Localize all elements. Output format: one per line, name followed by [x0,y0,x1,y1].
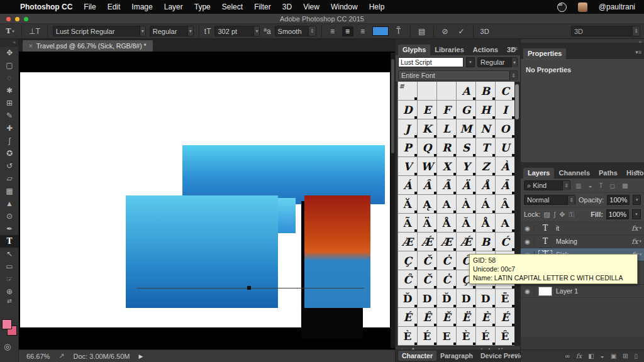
glyph-cell[interactable]: D [418,289,437,308]
anti-alias-select[interactable]: Smooth ⇕ [275,26,316,36]
glyph-cell[interactable]: V [398,157,418,176]
pen-tool[interactable]: ✒ [0,222,19,235]
glyph-cell[interactable]: Q [418,138,437,157]
menu-item-help[interactable]: Help [369,3,385,11]
glyph-cell[interactable]: È [457,327,476,346]
glyph-cell[interactable]: ≣ [398,82,418,101]
menu-item-type[interactable]: Type [194,3,211,11]
menu-item-window[interactable]: Window [331,3,358,11]
gradient-tool[interactable]: ▦ [0,185,19,197]
tool-preset-button[interactable]: T ▾ [4,26,16,37]
chevron-down-icon[interactable]: ▾ [632,209,641,219]
marquee-tool[interactable]: ▢ [0,59,19,72]
glyph-cell[interactable]: G [457,101,476,119]
panel-menu-icon[interactable]: ▾≡ [511,45,518,52]
opacity-field[interactable]: 100% [607,195,630,205]
text-layer-thumbnail[interactable]: T [538,224,552,233]
clone-stamp-tool[interactable]: ✪ [0,147,19,160]
glyph-cell[interactable]: É [496,308,515,327]
glyph-cell[interactable]: D [398,101,418,119]
glyph-cell[interactable]: Ċ [437,270,457,289]
glyph-cell[interactable]: Ǎ [457,214,476,233]
path-selection-tool[interactable]: ↖ [0,248,19,260]
glyph-cell[interactable]: Ê [418,308,437,327]
shape-tool[interactable]: ▭ [0,260,19,273]
quick-mask-button[interactable]: ◎ [4,342,11,351]
glyph-cell[interactable]: Y [457,157,476,176]
glyph-cell[interactable]: Ä [418,214,437,233]
glyph-cell[interactable]: Á [476,195,496,214]
close-document-icon[interactable]: × [29,43,33,50]
tab-layers[interactable]: Layers [523,168,554,178]
swap-colors-icon[interactable]: ⇄ [0,298,19,307]
glyph-cell[interactable]: É [476,327,496,346]
glyph-cell[interactable]: T [476,138,496,157]
glyph-cell[interactable]: S [457,138,476,157]
hand-tool[interactable]: ☞ [0,273,19,285]
glyph-cell[interactable]: O [496,119,515,138]
glyph-cell[interactable]: É [398,308,418,327]
filter-shape-icon[interactable]: ◻ [610,182,615,189]
glyph-cell[interactable]: È [476,308,496,327]
layer-row-it[interactable]: ◉Titfx▾ [521,222,644,235]
account-name[interactable]: @paultrani [599,3,635,11]
menu-item-edit[interactable]: Edit [108,3,121,11]
layer-thumbnail[interactable] [538,287,552,296]
tab-libraries[interactable]: Libraries [430,45,468,55]
menu-item-file[interactable]: File [84,3,96,11]
glyph-cell[interactable]: Å [476,176,496,195]
glyph-cell[interactable]: D [476,289,496,308]
foreground-color-swatch[interactable] [2,319,12,329]
glyph-cell[interactable]: À [457,195,476,214]
tab-actions[interactable]: Actions [469,45,502,55]
glyph-cell[interactable]: E [418,101,437,119]
glyph-cell[interactable]: Æ [437,233,457,251]
glyph-cell[interactable]: Â [496,195,515,214]
align-left-button[interactable]: ≡ [327,26,338,36]
glyph-cell[interactable]: Ć [496,233,515,251]
panel-menu-icon[interactable]: ▾≡ [635,49,641,55]
menu-item-image[interactable]: Image [131,3,152,11]
blend-mode-select[interactable]: Normal ⇕ [524,195,575,205]
status-options-arrow-icon[interactable]: ▶ [138,353,143,359]
text-color-swatch[interactable] [372,26,389,36]
menu-item-select[interactable]: Select [222,3,243,11]
filter-type-icon[interactable]: T [599,182,603,189]
eyedropper-tool[interactable]: ✎ [0,109,19,122]
tab-character[interactable]: Character [398,351,436,361]
canvas-text-sick[interactable]: Sic [126,195,278,308]
history-brush-tool[interactable]: ↺ [0,160,19,172]
lock-transparency-icon[interactable]: ▨ [543,211,550,219]
lasso-tool[interactable]: ◌ [0,72,19,84]
glyph-cell[interactable]: Ê [496,327,515,346]
glyph-cell[interactable]: A [496,214,515,233]
chevron-down-icon[interactable]: ▾ [639,252,641,257]
glyph-cell[interactable]: Ď [398,289,418,308]
chevron-down-icon[interactable]: ▾ [639,239,641,244]
glyph-cell[interactable]: Z [476,157,496,176]
user-avatar[interactable] [578,3,587,12]
glyph-cell[interactable]: Á [398,176,418,195]
glyph-cell[interactable]: H [476,101,496,119]
layer-group-icon[interactable]: ▣ [611,353,616,359]
panel-menu-icon[interactable]: ▾≡ [511,352,518,358]
glyph-cell[interactable]: B [476,82,496,101]
menu-app-name[interactable]: Photoshop CC [20,3,72,11]
layer-mask-icon[interactable]: ◧ [588,353,594,359]
close-window-button[interactable] [6,17,11,21]
menu-item-3d[interactable]: 3D [282,3,292,11]
text-orientation-button[interactable]: ⊥T [27,26,42,37]
glyph-grid-scrollbar[interactable] [514,82,519,346]
menu-item-layer[interactable]: Layer [164,3,183,11]
baseline-handle[interactable] [247,286,251,290]
commit-edits-button[interactable]: ✓ [455,26,468,37]
glyph-cell[interactable]: X [437,157,457,176]
glyph-cell[interactable]: Ě [437,308,457,327]
text-layer-thumbnail[interactable]: T [538,237,552,246]
chevron-down-icon[interactable]: ▾ [639,226,641,231]
kind-filter-select[interactable]: ⌕ Kind ⇕ [524,180,570,190]
layer-style-icon[interactable]: fx [576,353,582,359]
tab-paragraph[interactable]: Paragraph [436,351,477,361]
canvas[interactable]: Making it Sic k [20,72,390,327]
lock-paint-icon[interactable]: ʃ [554,211,555,219]
